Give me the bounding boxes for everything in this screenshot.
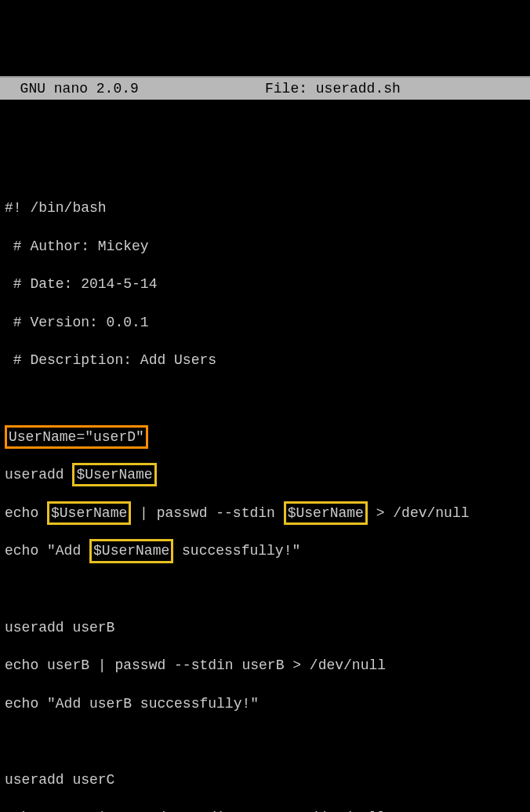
nano-title-bar: GNU nano 2.0.9 File: useradd.sh bbox=[0, 76, 530, 100]
code-line bbox=[5, 732, 525, 751]
code-line: useradd userC bbox=[5, 770, 525, 789]
code-line: echo "Add userB successfully!" bbox=[5, 694, 525, 713]
highlight-variable-ref: $UserName bbox=[72, 463, 156, 486]
code-line: #! /bin/bash bbox=[5, 198, 525, 217]
code-line: useradd $UserName bbox=[5, 465, 525, 484]
nano-file-name: File: useradd.sh bbox=[265, 79, 527, 98]
highlight-variable-assignment: UserName="userD" bbox=[5, 425, 148, 449]
code-line: # Version: 0.0.1 bbox=[5, 313, 525, 332]
code-line: UserName="userD" bbox=[5, 428, 525, 446]
code-line: useradd userB bbox=[5, 618, 525, 637]
code-line: echo userC | passwd --stdin userC > /dev… bbox=[5, 808, 525, 812]
code-line: echo "Add $UserName successfully!" bbox=[5, 541, 525, 560]
code-line bbox=[5, 160, 525, 179]
code-line: echo $UserName | passwd --stdin $UserNam… bbox=[5, 504, 525, 523]
highlight-variable-ref: $UserName bbox=[89, 539, 173, 563]
code-line bbox=[5, 580, 525, 599]
code-line: # Date: 2014-5-14 bbox=[5, 275, 525, 293]
highlight-variable-ref: $UserName bbox=[284, 501, 368, 525]
code-line: # Description: Add Users bbox=[5, 351, 525, 370]
code-line: echo userB | passwd --stdin userB > /dev… bbox=[5, 656, 525, 675]
code-line: # Author: Mickey bbox=[5, 237, 525, 256]
nano-app-name: GNU nano 2.0.9 bbox=[3, 79, 265, 98]
highlight-variable-ref: $UserName bbox=[47, 501, 131, 525]
nano-editor-area[interactable]: #! /bin/bash # Author: Mickey # Date: 20… bbox=[0, 138, 530, 812]
code-line bbox=[5, 389, 525, 408]
